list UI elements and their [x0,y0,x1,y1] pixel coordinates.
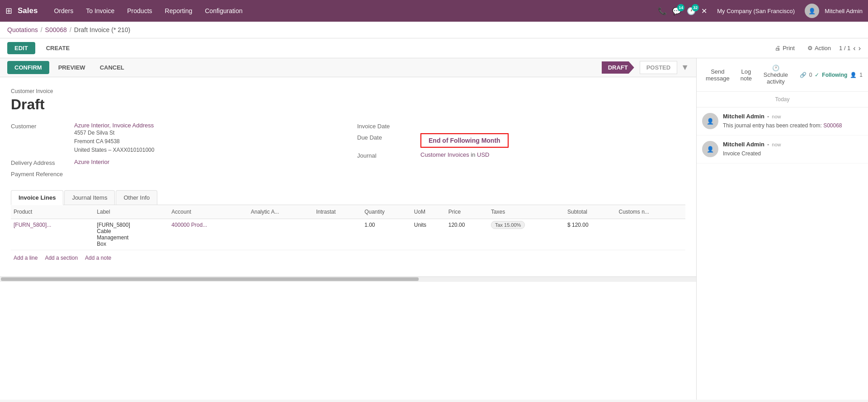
top-navigation: ⊞ Sales Orders To Invoice Products Repor… [0,0,868,22]
tax-badge[interactable]: Tax 15.00% [491,221,525,229]
print-button[interactable]: 🖨 Print [770,42,799,54]
tab-other-info[interactable]: Other Info [116,190,157,205]
horizontal-scrollbar[interactable] [0,276,696,282]
row-account[interactable]: 400000 Prod... [169,219,248,250]
tab-invoice-lines[interactable]: Invoice Lines [11,190,63,205]
grid-icon[interactable]: ⊞ [5,6,12,16]
delivery-value[interactable]: Azure Interior [74,159,109,165]
scroll-down-icon[interactable]: ▼ [681,63,689,72]
invoice-right-fields: Invoice Date Due Date End of Following M… [357,122,685,181]
pager-prev[interactable]: ‹ [853,44,855,52]
due-date-label: Due Date [357,133,420,141]
nav-reporting[interactable]: Reporting [160,5,198,17]
msg-text-1: This journal entry has been created from… [723,122,863,130]
activity-icon[interactable]: 🕐 32 [687,7,696,15]
action-bar: EDIT CREATE 🖨 Print ⚙ Action 1 / 1 ‹ › [0,38,868,58]
phone-icon[interactable]: 📞 [658,7,667,15]
nav-configuration[interactable]: Configuration [199,5,248,17]
nav-to-invoice[interactable]: To Invoice [80,5,120,17]
delivery-field: Delivery Address Azure Interior [11,159,339,166]
pager-text: 1 / 1 [839,45,850,51]
table-row: [FURN_5800]... [FURN_5800] Cable Managem… [11,219,685,250]
chatter-actions-bar: Send message Log note 🕐 Schedule activit… [697,58,868,92]
tab-journal-items[interactable]: Journal Items [64,190,115,205]
chatter-panel: Send message Log note 🕐 Schedule activit… [696,58,868,400]
invoice-body: Customer Invoice Draft Customer Azure In… [0,77,696,276]
nav-products[interactable]: Products [122,5,157,17]
delivery-label: Delivery Address [11,159,74,166]
msg-separator-1: - [767,113,769,120]
row-quantity[interactable]: 1.00 [362,219,411,250]
chat-icon[interactable]: 💬 14 [672,7,681,15]
preview-button[interactable]: PREVIEW [53,61,91,74]
create-button[interactable]: CREATE [39,42,77,54]
close-icon[interactable]: ✕ [701,7,707,15]
msg-author-1: Mitchell Admin [723,113,764,120]
journal-currency-link[interactable]: USD [477,151,489,158]
add-note-link[interactable]: Add a note [85,255,111,261]
col-label: Label [94,205,169,219]
customer-address-line3: United States – XAXX010101000 [74,146,154,154]
customer-name-link[interactable]: Azure Interior, Invoice Address [74,122,154,129]
row-uom[interactable]: Units [411,219,446,250]
row-intrastat[interactable] [313,219,362,250]
journal-label: Journal [357,151,420,159]
nav-orders[interactable]: Orders [48,5,79,17]
invoice-panel: CONFIRM PREVIEW CANCEL DRAFT POSTED ▼ Cu… [0,58,696,400]
chatter-msg-header-2: Mitchell Admin - now [723,141,863,148]
msg-text-2: Invoice Created [723,150,863,158]
add-section-link[interactable]: Add a section [45,255,78,261]
row-taxes: Tax 15.00% [488,219,565,250]
col-price: Price [446,205,488,219]
payment-ref-field: Payment Reference [11,170,339,178]
row-customs[interactable] [616,219,686,250]
msg-link-1[interactable]: S00068 [823,122,842,129]
col-intrastat: Intrastat [313,205,362,219]
row-label[interactable]: [FURN_5800] Cable Management Box [94,219,169,250]
row-product[interactable]: [FURN_5800]... [11,219,94,250]
due-date-value[interactable]: End of Following Month [420,133,509,148]
msg-time-2: now [772,142,781,147]
add-links-bar: Add a line Add a section Add a note [11,250,685,266]
breadcrumb-current: Draft Invoice (* 210) [74,26,131,33]
edit-button[interactable]: EDIT [7,42,35,54]
invoice-date-label: Invoice Date [357,122,420,130]
col-subtotal: Subtotal [565,205,616,219]
members-count: 1 [859,72,863,78]
breadcrumb-so[interactable]: S00068 [45,26,67,33]
scroll-thumb[interactable] [1,277,419,281]
user-avatar[interactable]: 👤 [805,4,819,18]
following-button[interactable]: Following [822,72,847,78]
msg-time-1: now [772,114,781,119]
row-price[interactable]: 120.00 [446,219,488,250]
send-message-button[interactable]: Send message [702,66,733,84]
breadcrumb: Quotations / S00068 / Draft Invoice (* 2… [0,22,868,38]
avatar-1: 👤 [702,113,718,129]
action-label: Action [815,45,831,51]
invoice-fields: Customer Azure Interior, Invoice Address… [11,122,685,181]
chatter-date-section: Today [697,92,868,108]
chatter-message-1: 👤 Mitchell Admin - now This journal entr… [697,108,868,136]
cancel-invoice-button[interactable]: CANCEL [94,61,130,74]
print-label: Print [783,45,795,51]
action-button[interactable]: ⚙ Action [803,42,835,54]
user-name: Mitchell Admin [825,8,863,14]
log-note-button[interactable]: Log note [737,66,755,84]
avatar-2: 👤 [702,141,718,157]
invoice-date-field: Invoice Date [357,122,685,130]
pager-next[interactable]: › [859,44,861,52]
invoice-status-bar: CONFIRM PREVIEW CANCEL DRAFT POSTED ▼ [0,58,696,77]
confirm-button[interactable]: CONFIRM [7,61,49,74]
col-uom: UoM [411,205,446,219]
journal-value-link[interactable]: Customer Invoices [420,151,469,158]
invoice-tabs: Invoice Lines Journal Items Other Info [11,190,685,205]
schedule-activity-button[interactable]: 🕐 Schedule activity [759,63,793,87]
add-line-link[interactable]: Add a line [14,255,38,261]
customer-label: Customer [11,122,74,130]
col-taxes: Taxes [488,205,565,219]
gear-icon: ⚙ [807,45,813,51]
main-content: CONFIRM PREVIEW CANCEL DRAFT POSTED ▼ Cu… [0,58,868,400]
row-analytic[interactable] [248,219,313,250]
payment-ref-label: Payment Reference [11,170,74,178]
breadcrumb-quotations[interactable]: Quotations [7,26,38,33]
